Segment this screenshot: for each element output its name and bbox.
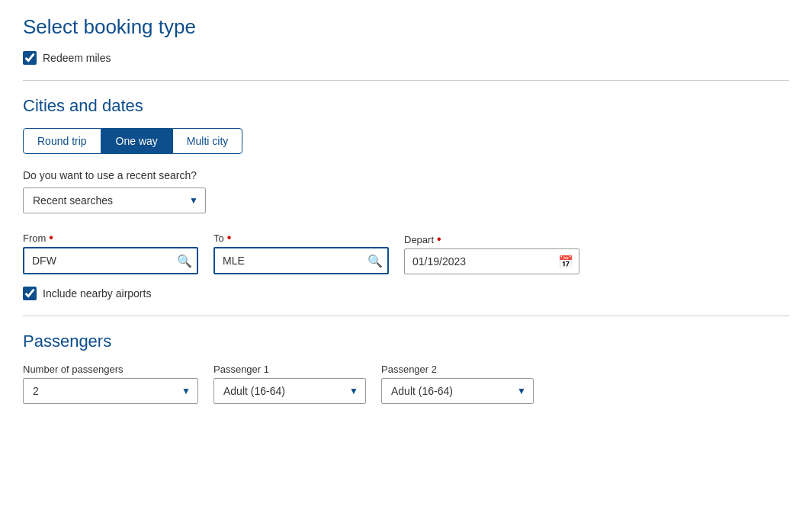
passenger2-field: Passenger 2 Adult (16-64) Senior (65+) C… — [381, 364, 534, 404]
booking-type-section: Select booking type Redeem miles — [23, 15, 789, 65]
passengers-section: Passengers Number of passengers 2 1 3 4 … — [23, 332, 789, 404]
passenger2-select-wrapper: Adult (16-64) Senior (65+) Child (2-15) … — [381, 378, 534, 404]
passengers-row: Number of passengers 2 1 3 4 5 ▼ Passeng… — [23, 364, 789, 404]
depart-input[interactable] — [404, 248, 579, 274]
to-input-wrapper: 🔍 — [213, 247, 389, 274]
passenger1-field: Passenger 1 Adult (16-64) Senior (65+) C… — [213, 364, 366, 404]
recent-searches-select[interactable]: Recent searches — [23, 187, 206, 213]
recent-search-wrapper: Recent searches ▼ — [23, 187, 206, 213]
depart-label: Depart • — [404, 233, 579, 245]
nearby-airports-row: Include nearby airports — [23, 287, 789, 300]
redeem-miles-label: Redeem miles — [43, 52, 111, 64]
redeem-miles-row: Redeem miles — [23, 51, 789, 65]
flight-fields-row: From • 🔍 To • 🔍 Depart • — [23, 232, 789, 274]
redeem-miles-checkbox[interactable] — [23, 51, 37, 65]
round-trip-button[interactable]: Round trip — [23, 128, 101, 154]
passenger1-select[interactable]: Adult (16-64) Senior (65+) Child (2-15) … — [213, 378, 366, 404]
cities-dates-title: Cities and dates — [23, 96, 789, 116]
booking-type-title: Select booking type — [23, 15, 789, 39]
divider-2 — [23, 316, 789, 316]
depart-field-group: Depart • 📅 — [404, 233, 579, 274]
depart-input-wrapper: 📅 — [404, 248, 579, 274]
num-passengers-field: Number of passengers 2 1 3 4 5 ▼ — [23, 364, 198, 404]
nearby-airports-checkbox[interactable] — [23, 287, 37, 300]
divider-1 — [23, 80, 789, 81]
num-passengers-select[interactable]: 2 1 3 4 5 — [23, 378, 198, 404]
passenger1-select-wrapper: Adult (16-64) Senior (65+) Child (2-15) … — [213, 378, 366, 404]
from-input[interactable] — [23, 247, 198, 274]
one-way-button[interactable]: One way — [101, 128, 172, 154]
passenger1-label: Passenger 1 — [213, 364, 366, 375]
depart-required-dot: • — [437, 233, 441, 245]
from-input-wrapper: 🔍 — [23, 247, 198, 274]
passengers-title: Passengers — [23, 332, 789, 351]
passenger2-label: Passenger 2 — [381, 364, 534, 375]
trip-type-buttons: Round trip One way Multi city — [23, 128, 789, 154]
cities-dates-section: Cities and dates Round trip One way Mult… — [23, 96, 789, 300]
from-field-group: From • 🔍 — [23, 232, 198, 274]
multi-city-button[interactable]: Multi city — [172, 128, 242, 154]
from-required-dot: • — [49, 232, 53, 244]
nearby-airports-label: Include nearby airports — [43, 287, 151, 300]
passenger2-select[interactable]: Adult (16-64) Senior (65+) Child (2-15) … — [381, 378, 534, 404]
to-field-group: To • 🔍 — [213, 232, 389, 274]
num-passengers-select-wrapper: 2 1 3 4 5 ▼ — [23, 378, 198, 404]
to-input[interactable] — [213, 247, 389, 274]
recent-search-question: Do you want to use a recent search? — [23, 169, 789, 181]
from-label: From • — [23, 232, 198, 244]
to-label: To • — [213, 232, 389, 244]
to-required-dot: • — [227, 232, 232, 244]
num-passengers-label: Number of passengers — [23, 364, 198, 375]
